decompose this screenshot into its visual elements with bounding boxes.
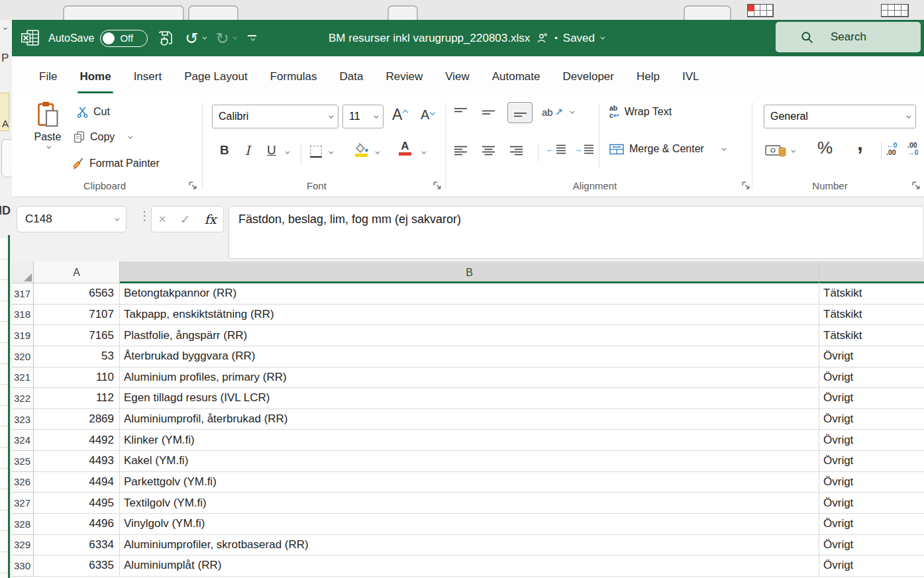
tab-automate[interactable]: Automate (484, 56, 549, 97)
cell-c[interactable]: Övrigt (819, 451, 924, 472)
merge-center-button[interactable]: Merge & Center (609, 143, 725, 155)
search-box[interactable]: Search (776, 22, 921, 52)
cell-c[interactable]: Övrigt (819, 367, 924, 389)
row-header[interactable]: 328 (12, 514, 34, 535)
cell-a[interactable]: 53 (34, 346, 120, 367)
tab-data[interactable]: Data (331, 56, 372, 97)
tab-ivl[interactable]: IVL (674, 56, 708, 97)
cell-a[interactable]: 4496 (34, 514, 120, 535)
cell-a[interactable]: 6563 (34, 283, 120, 305)
increase-indent-button[interactable]: → (574, 144, 593, 154)
chevron-down-icon[interactable] (791, 148, 796, 153)
increase-decimal-button[interactable]: ←0 .00 (886, 142, 897, 156)
row-header[interactable]: 325 (12, 451, 34, 472)
font-color-button[interactable]: A (399, 140, 411, 156)
cell-a[interactable]: 6334 (34, 535, 120, 556)
autosave-toggle[interactable]: Off (100, 30, 148, 47)
save-button[interactable] (158, 30, 174, 46)
percent-style-button[interactable]: % (817, 138, 833, 158)
row-header[interactable]: 323 (12, 409, 34, 430)
cell-c[interactable]: Tätskikt (819, 283, 924, 305)
row-header[interactable]: 330 (12, 555, 34, 577)
alignment-dialog-launcher-icon[interactable] (741, 181, 750, 190)
cell-a[interactable]: 2869 (34, 409, 120, 430)
align-left-button[interactable] (454, 146, 467, 158)
underline-button[interactable]: U (267, 143, 276, 158)
tab-insert[interactable]: Insert (125, 56, 171, 97)
tab-developer[interactable]: Developer (554, 56, 623, 97)
comma-style-button[interactable]: , (857, 131, 863, 156)
row-header[interactable]: 318 (12, 305, 34, 326)
row-header[interactable]: 319 (12, 325, 34, 346)
column-header-b[interactable]: B (120, 262, 819, 283)
tab-help[interactable]: Help (628, 56, 668, 97)
align-center-button[interactable] (482, 146, 495, 158)
cell-a[interactable]: 4493 (34, 451, 120, 472)
wrap-text-button[interactable]: ab c↩ Wrap Text (609, 105, 672, 119)
redo-button[interactable]: ↻ (216, 31, 236, 46)
cell-b[interactable]: Aluminiumplåt (RR) (120, 555, 819, 577)
font-name-combo[interactable]: Calibri (212, 105, 338, 128)
cell-c[interactable]: Tätskikt (819, 305, 924, 326)
number-dialog-launcher-icon[interactable] (911, 181, 921, 190)
formula-input[interactable]: Fästdon, beslag, lim, fog mm (ej sakvaro… (229, 206, 924, 259)
paste-button[interactable]: Paste (26, 101, 69, 149)
borders-button[interactable] (310, 146, 322, 158)
copy-button[interactable]: Copy (74, 131, 131, 143)
cell-b[interactable]: Parkettgolv (YM.fi) (120, 472, 819, 493)
decrease-decimal-button[interactable]: .00 →0 (907, 142, 918, 156)
row-header[interactable]: 320 (12, 346, 34, 367)
cell-c[interactable]: Övrigt (819, 346, 924, 367)
middle-align-button[interactable] (482, 107, 495, 120)
cell-c[interactable]: Tätskikt (819, 325, 924, 346)
cell-b[interactable]: Betongtakpannor (RR) (120, 283, 819, 305)
row-header[interactable]: 321 (12, 367, 34, 389)
cell-a[interactable]: 4492 (34, 430, 120, 451)
number-format-combo[interactable]: General (764, 105, 916, 128)
tab-review[interactable]: Review (377, 56, 431, 97)
bottom-align-button[interactable] (507, 102, 533, 123)
cell-c[interactable]: Övrigt (819, 430, 924, 451)
cell-a[interactable]: 4494 (34, 472, 120, 493)
row-header[interactable]: 317 (12, 283, 34, 305)
tab-page-layout[interactable]: Page Layout (176, 56, 256, 97)
row-header[interactable]: 327 (12, 493, 34, 514)
italic-button[interactable]: I (245, 143, 250, 158)
cell-a[interactable]: 6335 (34, 555, 120, 577)
bold-button[interactable]: B (220, 143, 229, 158)
tab-home[interactable]: Home (71, 56, 119, 97)
cell-a[interactable]: 110 (34, 367, 120, 389)
font-dialog-launcher-icon[interactable] (433, 181, 442, 190)
cell-c[interactable]: Övrigt (819, 409, 924, 430)
enter-icon[interactable]: ✓ (180, 212, 191, 227)
top-align-button[interactable] (454, 107, 467, 120)
decrease-font-size-button[interactable]: A (421, 107, 435, 122)
name-box[interactable]: C148 (17, 206, 127, 232)
tab-file[interactable]: File (30, 56, 66, 97)
cell-c[interactable]: Övrigt (819, 493, 924, 514)
cell-a[interactable]: 4495 (34, 493, 120, 514)
cell-c[interactable]: Övrigt (819, 388, 924, 409)
quick-access-toolbar-button[interactable] (248, 35, 256, 41)
tab-formulas[interactable]: Formulas (262, 56, 326, 97)
cell-c[interactable]: Övrigt (819, 514, 924, 535)
cut-button[interactable]: Cut (77, 106, 110, 118)
cell-a[interactable]: 7165 (34, 325, 120, 346)
select-all-corner[interactable] (12, 262, 34, 283)
chevron-down-icon[interactable] (329, 150, 333, 154)
chevron-down-icon[interactable] (375, 150, 380, 154)
row-header[interactable]: 326 (12, 472, 34, 493)
person-icon[interactable] (537, 33, 547, 43)
cell-b[interactable]: Aluminium profiles, primary (RR) (120, 367, 819, 389)
fill-color-button[interactable] (354, 143, 368, 157)
increase-font-size-button[interactable]: A (392, 106, 407, 124)
cell-b[interactable]: Återbrukad byggvara (RR) (120, 346, 819, 367)
align-right-button[interactable] (510, 146, 523, 158)
chevron-down-icon[interactable] (285, 150, 289, 154)
document-title[interactable]: BM resurser inkl varugrupp_220803.xlsx (329, 32, 530, 45)
cell-b[interactable]: Klinker (YM.fi) (120, 430, 819, 451)
cell-b[interactable]: Takpapp, enskiktstätning (RR) (120, 305, 819, 326)
cell-b[interactable]: Aluminiumprofil, återbrukad (RR) (120, 409, 819, 430)
format-painter-button[interactable]: Format Painter (72, 158, 160, 169)
row-header[interactable]: 322 (12, 388, 34, 409)
